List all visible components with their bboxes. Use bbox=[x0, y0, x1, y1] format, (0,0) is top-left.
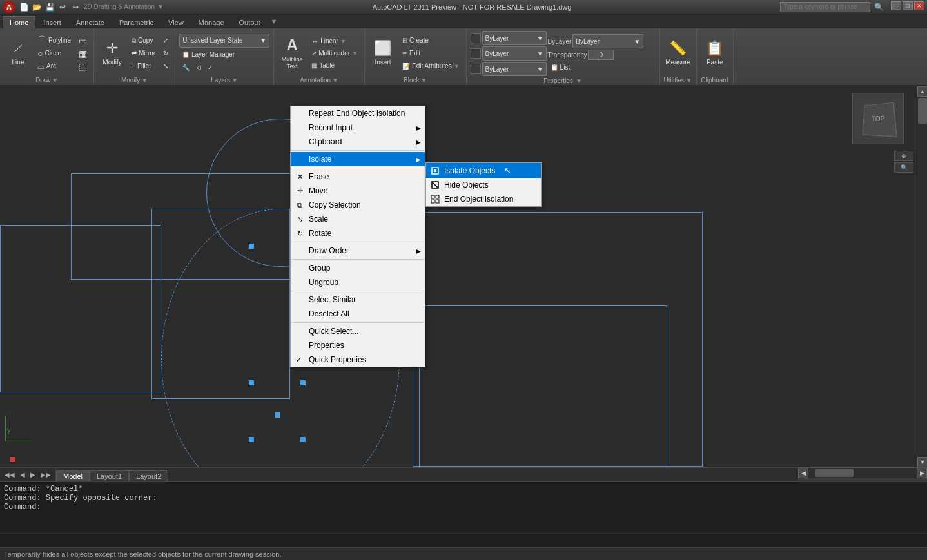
tab-view[interactable]: View bbox=[161, 16, 191, 28]
scroll-thumb-v[interactable] bbox=[918, 98, 927, 124]
insert-button[interactable]: ⬜ Insert bbox=[369, 34, 397, 73]
move-button[interactable]: ✛ Modify bbox=[98, 34, 126, 73]
tab-nav-prev[interactable]: ◀ bbox=[18, 471, 27, 478]
ctx-quick-props[interactable]: ✓ Quick Properties bbox=[291, 352, 425, 367]
ribbon-group-annotation: A Multiline Text ↔ Linear ▼ ↗ Multileade… bbox=[274, 28, 365, 85]
ctx-properties[interactable]: Properties bbox=[291, 338, 425, 352]
arc-button[interactable]: ⌓Arc bbox=[35, 61, 73, 72]
ctx-move-label: Move bbox=[309, 186, 327, 195]
vertical-scrollbar[interactable]: ▲ ▼ bbox=[917, 86, 927, 467]
transparency-input[interactable] bbox=[588, 50, 614, 60]
tab-layout2[interactable]: Layout2 bbox=[129, 470, 168, 481]
rotate-button[interactable]: ↻ bbox=[161, 48, 171, 59]
linear-button[interactable]: ↔ Linear ▼ bbox=[309, 35, 360, 47]
scroll-right-btn[interactable]: ▶ bbox=[917, 468, 927, 478]
circle-button[interactable]: ○Circle bbox=[35, 48, 73, 59]
measure-button[interactable]: 📏 Measure bbox=[664, 34, 692, 73]
minimize-btn[interactable]: — bbox=[891, 1, 901, 10]
ctx-quick-select[interactable]: Quick Select... bbox=[291, 324, 425, 338]
submenu-end-isolation[interactable]: End Object Isolation bbox=[426, 192, 541, 206]
ctx-erase[interactable]: ✕ Erase bbox=[291, 169, 425, 184]
qat-new[interactable]: 📄 bbox=[18, 1, 30, 13]
ctx-clipboard[interactable]: Clipboard bbox=[291, 135, 425, 149]
layer-state-dropdown[interactable]: Unsaved Layer State ▼ bbox=[179, 34, 269, 48]
ctx-isolate[interactable]: Isolate bbox=[291, 152, 425, 166]
edit-block-button[interactable]: ✏Edit bbox=[400, 48, 462, 59]
fillet-button[interactable]: ⌐Fillet bbox=[129, 61, 158, 72]
scroll-left-btn[interactable]: ◀ bbox=[798, 468, 808, 478]
rect-button[interactable]: ▭ bbox=[76, 35, 90, 46]
tab-parametric[interactable]: Parametric bbox=[112, 16, 161, 28]
paste-button[interactable]: 📋 Paste bbox=[701, 34, 729, 73]
hatch-button[interactable]: ▦ bbox=[76, 48, 90, 59]
nav-zoom[interactable]: 🔍 bbox=[894, 162, 913, 173]
scroll-thumb-h[interactable] bbox=[815, 469, 854, 477]
ctx-group[interactable]: Group bbox=[291, 261, 425, 275]
ctx-draw-order[interactable]: Draw Order bbox=[291, 244, 425, 258]
scroll-down-btn[interactable]: ▼ bbox=[917, 457, 927, 467]
submenu-isolate-objects[interactable]: Isolate Objects ↖ bbox=[426, 163, 541, 178]
layer-prev-button[interactable]: ◁ bbox=[193, 62, 204, 73]
ctx-recent[interactable]: Recent Input bbox=[291, 121, 425, 135]
table-button[interactable]: ▦ Table bbox=[309, 60, 360, 72]
tab-home[interactable]: Home bbox=[3, 16, 35, 28]
drawing-canvas[interactable]: Y Repeat End Object Isolation Recent Inp… bbox=[0, 86, 917, 467]
qat-open[interactable]: 📂 bbox=[31, 1, 43, 13]
ribbon-expand[interactable]: ▼ bbox=[271, 17, 278, 25]
copy-button[interactable]: ⧉Copy bbox=[129, 35, 158, 46]
qat-save[interactable]: 💾 bbox=[44, 1, 55, 13]
ctx-rotate[interactable]: ↻ Rotate bbox=[291, 226, 425, 240]
edit-attributes-button[interactable]: 📝Edit Attributes ▼ bbox=[400, 61, 462, 72]
scale-button[interactable]: ⤡ bbox=[161, 61, 171, 72]
horizontal-scrollbar[interactable]: ◀ ▶ bbox=[798, 467, 927, 478]
close-btn[interactable]: ✕ bbox=[914, 1, 924, 10]
tab-layout1[interactable]: Layout1 bbox=[90, 470, 129, 481]
multiline-text-button[interactable]: A Multiline Text bbox=[278, 34, 306, 73]
tab-annotate[interactable]: Annotate bbox=[69, 16, 112, 28]
scroll-up-btn[interactable]: ▲ bbox=[917, 86, 927, 97]
layer-match-button[interactable]: ✓ bbox=[205, 62, 215, 73]
create-block-button[interactable]: ⊞Create bbox=[400, 35, 462, 46]
line-button[interactable]: ⟋ Line bbox=[4, 34, 32, 73]
color-dropdown[interactable]: ByLayer▼ bbox=[482, 31, 547, 45]
list-button[interactable]: 📋List bbox=[548, 61, 644, 73]
layer-mgr-button[interactable]: 📋 Layer Manager bbox=[179, 49, 237, 61]
polyline-button[interactable]: ⌒Polyline bbox=[35, 35, 73, 46]
ctx-clipboard-label: Clipboard bbox=[309, 137, 342, 146]
ctx-scale[interactable]: ⤡ Scale bbox=[291, 212, 425, 226]
command-input[interactable] bbox=[4, 536, 923, 545]
search-btn[interactable]: 🔍 bbox=[873, 1, 884, 13]
viewcube[interactable]: TOP bbox=[852, 93, 904, 144]
command-input-area[interactable] bbox=[0, 533, 927, 547]
ctx-ungroup[interactable]: Ungroup bbox=[291, 275, 425, 289]
layer-tools-button[interactable]: 🔧 bbox=[179, 62, 192, 73]
ctx-deselect-all[interactable]: Deselect All bbox=[291, 307, 425, 321]
tab-output[interactable]: Output bbox=[232, 16, 268, 28]
hide-objects-label: Hide Objects bbox=[444, 180, 489, 189]
tab-nav-right[interactable]: ▶▶ bbox=[39, 471, 53, 478]
tab-insert[interactable]: Insert bbox=[36, 16, 68, 28]
tab-nav-left[interactable]: ◀◀ bbox=[3, 471, 17, 478]
ctx-copy[interactable]: ⧉ Copy Selection bbox=[291, 198, 425, 212]
qat-undo[interactable]: ↩ bbox=[57, 1, 68, 13]
ctx-move[interactable]: ✛ Move bbox=[291, 184, 425, 198]
submenu-hide-objects[interactable]: Hide Objects bbox=[426, 178, 541, 192]
scroll-track-h[interactable] bbox=[808, 468, 917, 478]
tab-model[interactable]: Model bbox=[56, 470, 90, 481]
ctx-repeat[interactable]: Repeat End Object Isolation bbox=[291, 106, 425, 121]
region-button[interactable]: ⬚ bbox=[76, 61, 90, 72]
maximize-btn[interactable]: □ bbox=[903, 1, 913, 10]
nav-pan[interactable]: ⊕ bbox=[894, 151, 913, 161]
scroll-track-v[interactable] bbox=[917, 97, 927, 457]
qat-redo[interactable]: ↪ bbox=[70, 1, 81, 13]
lineweight-dropdown[interactable]: ByLayer▼ bbox=[482, 62, 547, 76]
tab-nav-next[interactable]: ▶ bbox=[28, 471, 37, 478]
search-input[interactable] bbox=[780, 2, 870, 12]
mirror-button[interactable]: ⇌Mirror bbox=[129, 48, 158, 59]
linetype-dropdown[interactable]: ByLayer▼ bbox=[482, 46, 547, 61]
plot-style-dropdown[interactable]: ByLayer▼ bbox=[572, 34, 643, 48]
tab-manage[interactable]: Manage bbox=[191, 16, 231, 28]
stretch-button[interactable]: ⤢ bbox=[161, 35, 171, 46]
multileader-button[interactable]: ↗ Multileader ▼ bbox=[309, 48, 360, 59]
ctx-select-similar[interactable]: Select Similar bbox=[291, 293, 425, 307]
